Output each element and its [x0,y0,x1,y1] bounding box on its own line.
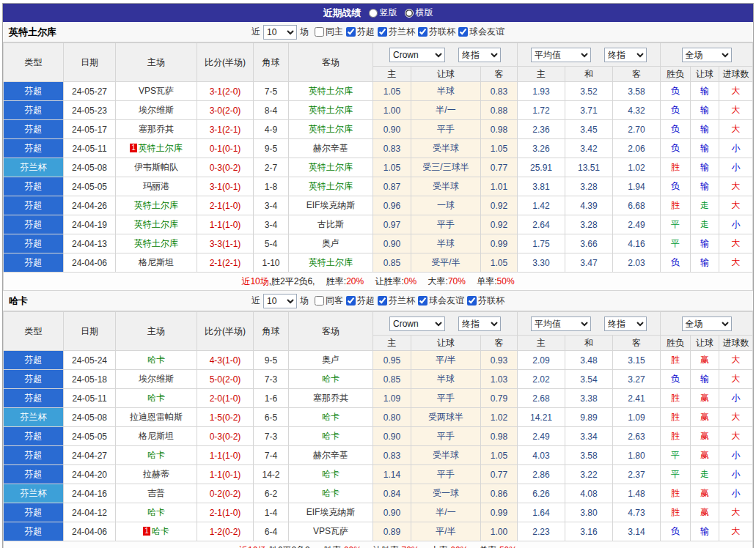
team-link[interactable]: 哈卡 [322,431,340,441]
team-link[interactable]: 埃尔维斯 [139,374,174,384]
team-link[interactable]: 赫尔辛基 [313,450,348,460]
team-link[interactable]: 塞那乔其 [313,393,348,403]
view-option-vertical[interactable]: 竖版 [369,7,397,19]
filter-option[interactable]: 球会友谊 [458,26,504,38]
team-link[interactable]: 哈卡 [322,374,340,384]
filter-option[interactable]: 芬联杯 [467,295,504,307]
final-odds-select[interactable]: 终指 [458,316,501,331]
team-link[interactable]: 奥卢 [322,238,340,248]
result-cell: 负 [661,101,691,120]
asian-odds-cell: 1.00 [373,101,411,120]
filter-checkbox[interactable] [346,27,356,37]
away-team-cell: VPS瓦萨 [289,522,373,541]
average-odds-select[interactable]: 平均值 [531,48,591,62]
filter-option[interactable]: 同客 [315,295,343,307]
final-odds-select[interactable]: 终指 [604,48,647,62]
score-cell: 1-5(0-2) [197,408,254,427]
filter-option[interactable]: 芬兰杯 [378,26,415,38]
filter-checkbox[interactable] [378,296,387,306]
euro-odds-cell: 2.64 [518,215,565,234]
team-link[interactable]: 玛丽港 [143,181,169,191]
filter-checkbox[interactable] [315,27,324,37]
vertical-layout-radio[interactable] [369,9,378,18]
view-option-horizontal[interactable]: 横版 [405,7,433,19]
asian-odds-cell: 受两球半 [411,408,481,427]
bookmaker-select[interactable]: Crown [389,316,445,331]
team-link[interactable]: EIF埃克纳斯 [307,200,356,210]
team-link[interactable]: 英特土尔库 [309,86,353,96]
euro-odds-cell: 4.73 [613,503,661,522]
team-link[interactable]: 格尼斯坦 [139,257,174,267]
team-link[interactable]: 哈卡 [322,412,340,422]
team-link[interactable]: 拉赫蒂 [143,469,169,479]
team-link[interactable]: 哈卡 [147,450,165,460]
match-row: 芬超24-05-24哈卡4-3(1-0)9-5奥卢0.95平/半0.932.09… [4,351,753,370]
team-link[interactable]: 拉迪恩雷帕斯 [130,412,183,422]
team-link[interactable]: 塞那乔其 [139,124,174,134]
team-link[interactable]: 伊韦斯帕队 [134,162,178,172]
team-link[interactable]: 吉普 [147,488,165,498]
team-link[interactable]: 英特土尔库 [134,200,178,210]
games-count-select[interactable]: 10 [263,294,297,308]
asian-odds-cell: 半球 [411,370,481,389]
score-cell: 0-3(0-2) [197,427,254,446]
home-team-cell: 玛丽港 [116,177,197,196]
filter-option[interactable]: 芬超 [346,295,375,307]
team-link[interactable]: VPS瓦萨 [139,86,174,96]
team-link[interactable]: 英特土尔库 [309,105,353,115]
team-link[interactable]: 哈卡 [322,488,340,498]
away-team-cell: 塞那乔其 [289,389,373,408]
team-link[interactable]: 哈卡 [322,469,340,479]
filter-checkbox[interactable] [346,296,356,306]
team-link[interactable]: 奥卢 [322,355,340,365]
filter-checkbox[interactable] [458,27,468,37]
filter-option[interactable]: 芬超 [346,26,375,38]
fulltime-select[interactable]: 全场 [682,316,732,331]
team-link[interactable]: 英特土尔库 [134,219,178,229]
games-count-select[interactable]: 10 [263,25,297,40]
team-link[interactable]: 英特土尔库 [309,162,353,172]
filter-checkbox[interactable] [467,296,477,306]
col-score: 比分(半场) [197,43,254,82]
team-link[interactable]: VPS瓦萨 [313,526,348,536]
filter-checkbox[interactable] [418,296,427,306]
team-link[interactable]: 埃尔维斯 [139,105,174,115]
team-link[interactable]: 英特土尔库 [134,238,178,248]
team-link[interactable]: 英特土尔库 [309,124,353,134]
filter-checkbox[interactable] [418,27,427,37]
filter-checkbox[interactable] [315,296,324,306]
fulltime-select[interactable]: 全场 [682,48,732,62]
asian-odds-cell: 1.05 [373,158,411,177]
filter-option[interactable]: 芬联杯 [418,26,455,38]
team-link[interactable]: 格尼斯坦 [139,431,174,441]
team-link[interactable]: 英特土尔库 [309,257,353,267]
bookmaker-select[interactable]: Crown [389,48,445,62]
team-link[interactable]: 英特土尔库 [309,181,353,191]
team-link[interactable]: 英特土尔库 [139,143,183,153]
final-odds-select[interactable]: 终指 [604,316,647,331]
team-link[interactable]: 哈卡 [147,355,165,365]
horizontal-layout-radio[interactable] [405,9,414,18]
team-link[interactable]: 赫尔辛基 [313,143,348,153]
asian-odds-cell: 1.05 [481,446,518,465]
team-link[interactable]: EIF埃克纳斯 [307,507,356,517]
filter-checkbox[interactable] [378,27,387,37]
filter-option[interactable]: 芬兰杯 [378,295,415,307]
filter-option[interactable]: 球会友谊 [418,295,464,307]
away-team-cell: 英特土尔库 [289,82,373,101]
average-odds-select[interactable]: 平均值 [531,316,591,331]
match-row: 芬超24-04-19英特土尔库1-1(1-0)3-4古比斯0.97平手0.922… [4,215,753,234]
handicap-result-cell: 输 [691,370,719,389]
handicap-result-cell: 走 [691,465,719,484]
summary-stat: 大率:70% [428,276,466,286]
asian-odds-cell: 0.93 [481,351,518,370]
team-link[interactable]: 古比斯 [318,219,344,229]
result-cell: 负 [661,370,691,389]
match-row: 芬超24-05-27VPS瓦萨3-1(2-0)7-5英特土尔库1.05半球0.8… [4,82,753,101]
score-cell: 3-0(2-0) [197,101,254,120]
team-link[interactable]: 哈卡 [147,393,165,403]
team-link[interactable]: 哈卡 [152,526,169,536]
team-link[interactable]: 哈卡 [147,507,165,517]
filter-option[interactable]: 同主 [315,26,343,38]
final-odds-select[interactable]: 终指 [458,48,501,62]
